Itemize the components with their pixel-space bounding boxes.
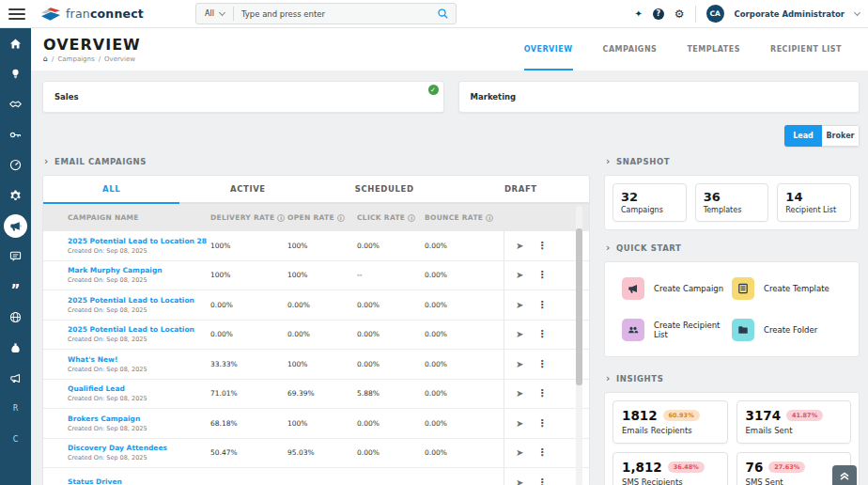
sidebar-item-web[interactable] [0,303,31,333]
breadcrumb-item-campaigns[interactable]: Campaigns [57,55,94,63]
row-menu-kebab-icon[interactable]: ⋮ [536,446,547,459]
sidebar-item-ideas[interactable] [0,58,31,88]
tab-draft[interactable]: DRAFT [453,176,589,202]
sidebar-item-finance[interactable] [0,333,31,363]
sidebar-item-messages[interactable] [0,242,31,272]
info-icon[interactable]: i [337,214,345,222]
sidebar-item-c[interactable]: C [0,424,31,454]
send-campaign-icon[interactable]: ➤ [516,388,523,399]
bounce-rate-value: 0.00% [425,448,504,457]
row-menu-kebab-icon[interactable]: ⋮ [536,417,547,430]
send-campaign-icon[interactable]: ➤ [516,270,523,280]
create-folder-label: Create Folder [764,325,817,335]
info-icon[interactable]: i [486,214,493,222]
create-template-action[interactable]: Create Template [732,277,842,300]
sidebar-item-home[interactable] [0,28,31,58]
tab-campaigns[interactable]: CAMPAIGNS [603,28,658,70]
row-menu-kebab-icon[interactable]: ⋮ [536,358,547,370]
insight-card-emails-sent[interactable]: 3174 41.87% Emails Sent [736,400,852,444]
campaign-name-link[interactable]: 2025 Potential Lead to Location [68,325,210,334]
send-campaign-icon[interactable]: ➤ [516,300,523,310]
settings-gear-icon[interactable]: ⚙ [674,8,685,20]
row-menu-kebab-icon[interactable]: ⋮ [536,240,547,252]
campaign-name-link[interactable]: Discovery Day Attendees [68,444,210,452]
insight-card-emails-recipients[interactable]: 1812 60.93% Emails Recipients [612,400,728,444]
tab-all[interactable]: ALL [43,176,179,202]
campaign-name-link[interactable]: What's New! [68,355,210,364]
help-icon[interactable]: ? [653,8,664,20]
row-menu-kebab-icon[interactable]: ⋮ [536,299,547,311]
open-rate-value: 100% [287,242,357,250]
table-scrollbar[interactable] [576,206,582,485]
click-rate-value: 0.00% [357,242,425,250]
breadcrumb-home-icon[interactable]: ⌂ [43,55,48,63]
search-input[interactable] [234,9,430,19]
campaign-created-date: Created On: Sep 08, 2025 [68,276,210,284]
table-row: Qualified Lead Created On: Sep 08, 2025 … [43,380,589,410]
insights-section-header[interactable]: › INSIGHTS [606,374,860,383]
open-rate-value: 100% [287,360,357,368]
filter-card-sales[interactable]: Sales ✓ [42,81,444,113]
row-menu-kebab-icon[interactable]: ⋮ [536,269,547,281]
snapshot-card-recipient-list[interactable]: 14 Recipient List [777,183,851,222]
snapshot-card-campaigns[interactable]: 32 Campaigns [612,183,687,222]
send-campaign-icon[interactable]: ➤ [516,447,523,458]
user-name[interactable]: Corporate Administrator [735,9,845,19]
info-icon[interactable]: i [408,214,415,222]
user-menu-chevron-icon[interactable] [854,9,860,16]
insight-card-sms-recipients[interactable]: 1,812 36.48% SMS Recipients [612,452,728,485]
campaign-name-link[interactable]: Qualified Lead [68,384,210,393]
send-campaign-icon[interactable]: ➤ [516,241,523,251]
tab-overview[interactable]: OVERVIEW [524,28,573,70]
delivery-rate-value: 68.18% [210,419,287,428]
scroll-to-top-button[interactable] [832,465,857,485]
create-folder-action[interactable]: Create Folder [732,319,842,341]
sidebar-item-announcements[interactable] [0,363,31,393]
sidebar-item-brand[interactable]: ” [0,272,31,302]
sidebar-c-label: C [13,435,19,444]
send-campaign-icon[interactable]: ➤ [516,359,523,369]
snapshot-card-templates[interactable]: 36 Templates [695,183,769,222]
campaign-name-link[interactable]: Mark Murphy Campaign [68,266,210,274]
click-rate-value: 0.00% [357,301,425,309]
create-campaign-action[interactable]: Create Campaign [622,277,732,300]
search-button[interactable] [430,8,456,20]
info-icon[interactable]: i [277,214,285,222]
page-header: OVERVIEW ⌂ / Campaigns / Overview OVERVI… [31,28,868,70]
search-scope-dropdown[interactable]: All [196,9,233,18]
snapshot-section-header[interactable]: › SNAPSHOT [606,157,860,166]
campaign-name-link[interactable]: Brokers Campaign [68,415,210,423]
row-menu-kebab-icon[interactable]: ⋮ [536,328,547,340]
templates-count: 36 [704,190,761,204]
create-recipient-list-action[interactable]: Create Recipient List [622,319,732,341]
quick-start-section-header[interactable]: › QUICK START [606,243,860,253]
send-campaign-icon[interactable]: ➤ [516,477,523,485]
lead-toggle-button[interactable]: Lead [784,125,822,147]
ai-sparkle-icon[interactable]: ✦ [634,8,642,19]
campaign-name-link[interactable]: 2025 Potential Lead to Location 28 [68,237,210,245]
email-campaigns-section-header[interactable]: › EMAIL CAMPAIGNS [44,157,590,166]
campaign-name-link[interactable]: Status Driven [68,477,210,485]
sidebar-item-relationships[interactable] [0,89,31,119]
hamburger-menu-icon[interactable] [8,8,25,20]
tab-scheduled[interactable]: SCHEDULED [317,176,453,202]
send-campaign-icon[interactable]: ➤ [516,329,523,339]
broker-toggle-button[interactable]: Broker [822,125,860,147]
campaign-name-link[interactable]: 2025 Potential Lead to Location [68,296,210,305]
sidebar-item-access[interactable] [0,119,31,149]
megaphone-icon [8,219,23,233]
sidebar-item-performance[interactable] [0,150,31,180]
sidebar-item-r[interactable]: R [0,394,31,424]
filter-card-marketing[interactable]: Marketing [458,81,860,113]
table-scrollbar-thumb[interactable] [576,228,582,385]
tab-recipient-list[interactable]: RECIPIENT LIST [770,28,842,70]
user-avatar[interactable]: CA [706,5,724,23]
sidebar-item-campaigns-active[interactable] [0,211,31,241]
tab-templates[interactable]: TEMPLATES [687,28,740,70]
row-menu-kebab-icon[interactable]: ⋮ [536,387,547,399]
sidebar-item-admin[interactable] [0,180,31,211]
row-menu-kebab-icon[interactable]: ⋮ [536,477,547,485]
tab-active[interactable]: ACTIVE [179,176,316,202]
campaign-created-date: Created On: Sep 08, 2025 [68,247,210,255]
send-campaign-icon[interactable]: ➤ [516,418,523,429]
